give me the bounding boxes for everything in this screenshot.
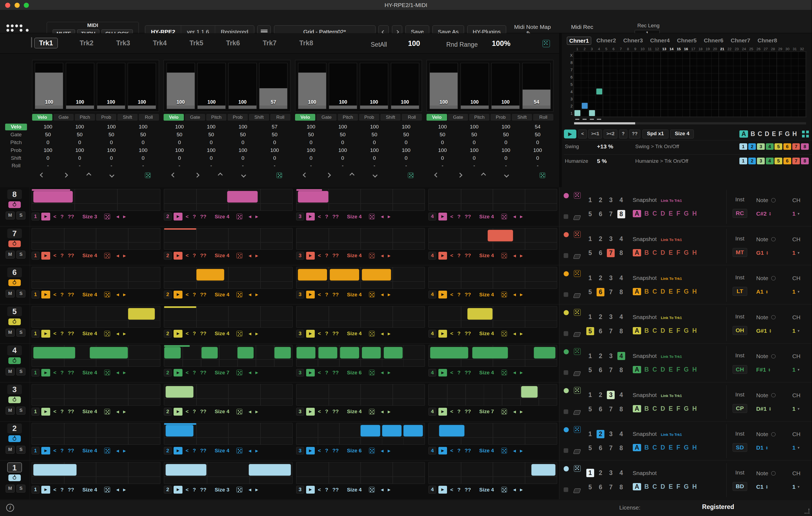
grid-cell[interactable]	[632, 81, 639, 88]
pattern-select-3[interactable]: 3	[607, 352, 615, 360]
snapshot-slot-G[interactable]: G	[683, 483, 689, 490]
step-lane[interactable]	[428, 267, 557, 289]
grid-cell[interactable]	[799, 88, 806, 95]
grid-cell[interactable]	[668, 88, 675, 95]
dice-icon[interactable]	[104, 448, 110, 453]
block-number[interactable]: 4	[428, 408, 436, 416]
step-lane[interactable]	[164, 267, 293, 289]
block-nudge-buttons[interactable]: ◀ ▶	[116, 215, 128, 219]
step-value[interactable]: 50	[95, 131, 127, 139]
dice-icon[interactable]	[501, 292, 507, 297]
block-play-button[interactable]: ▶	[174, 213, 182, 220]
param-chip-shift[interactable]: Shift	[512, 114, 532, 121]
velocity-slider[interactable]: 100	[66, 63, 94, 109]
block-random-all-button[interactable]: ??	[464, 214, 472, 220]
pattern-select-4[interactable]: 4	[617, 313, 625, 321]
block-play-button[interactable]: ▶	[41, 408, 50, 416]
step-value[interactable]: 0	[95, 154, 127, 162]
dice-icon[interactable]	[236, 331, 242, 337]
param-chip-prob[interactable]: Prob	[228, 114, 248, 121]
block-nudge-buttons[interactable]: ◀ ▶	[116, 254, 128, 258]
grid-cell[interactable]	[704, 81, 712, 88]
block-direction-button[interactable]: <	[185, 292, 190, 298]
eraser-icon[interactable]	[573, 332, 581, 337]
dice-icon[interactable]	[501, 331, 507, 337]
snapshot-slot-E[interactable]: E	[668, 444, 673, 451]
grid-cell[interactable]	[617, 102, 625, 110]
grid-cell[interactable]	[574, 66, 581, 73]
grid-cell[interactable]	[690, 102, 697, 110]
step-value[interactable]: 100	[490, 147, 522, 154]
grid-cell[interactable]	[588, 110, 596, 117]
solo-button[interactable]: S	[17, 446, 25, 454]
block-direction-button[interactable]: <	[317, 408, 322, 415]
step-lane[interactable]	[32, 189, 161, 211]
snapshot-slot-D[interactable]: D	[660, 249, 665, 256]
shift-down-icon[interactable]	[110, 173, 115, 178]
grid-cell[interactable]	[596, 81, 603, 88]
velocity-slider[interactable]: 100	[128, 63, 156, 109]
step-lane[interactable]	[164, 345, 293, 367]
grid-cell[interactable]	[726, 59, 733, 66]
snapshot-slot-D[interactable]: D	[660, 405, 665, 413]
grid-cell[interactable]	[777, 66, 784, 73]
grid-cell[interactable]	[799, 73, 806, 81]
grid-cell[interactable]	[610, 110, 617, 117]
note-spinner[interactable]: ▲▼	[769, 212, 771, 216]
block-nudge-buttons[interactable]: ◀ ▶	[116, 410, 128, 414]
grid-cell[interactable]	[639, 66, 646, 73]
grid-cell[interactable]	[697, 59, 704, 66]
block-random-all-button[interactable]: ??	[67, 292, 75, 298]
snapshot-slot-D[interactable]: D	[660, 366, 665, 373]
grid-cell[interactable]	[791, 52, 799, 59]
step-value[interactable]: 0	[522, 139, 553, 147]
grid-cell[interactable]	[690, 81, 697, 88]
note[interactable]	[166, 386, 194, 398]
step-value[interactable]: 100	[390, 123, 422, 131]
grid-cell[interactable]	[675, 95, 683, 102]
shift-right-icon[interactable]	[194, 173, 200, 178]
note[interactable]	[33, 464, 77, 476]
size-button[interactable]: Size 4	[670, 129, 694, 139]
grid-cell[interactable]	[799, 66, 806, 73]
block-random-button[interactable]: ?	[192, 448, 197, 454]
step-lane[interactable]	[428, 423, 557, 445]
step-value[interactable]: -	[127, 162, 159, 170]
grid-cell[interactable]	[777, 88, 784, 95]
link-to-trk-label[interactable]: Link To Trk1	[661, 277, 682, 281]
note[interactable]	[166, 425, 194, 437]
grid-cell[interactable]	[588, 102, 596, 110]
grid-cell[interactable]	[748, 95, 755, 102]
grid-cell[interactable]	[733, 81, 741, 88]
block-random-all-button[interactable]: ??	[464, 292, 472, 298]
block-number[interactable]: 3	[296, 330, 304, 338]
grid-cell[interactable]	[784, 110, 791, 117]
step-value[interactable]: 0	[427, 139, 458, 147]
note[interactable]	[340, 347, 359, 359]
grid-cell[interactable]	[755, 95, 762, 102]
pattern-select-1[interactable]: 1	[586, 469, 594, 477]
grid-cell[interactable]	[654, 59, 661, 66]
param-chip-gate[interactable]: Gate	[316, 114, 337, 121]
block-random-button[interactable]: ?	[456, 487, 461, 493]
step-lane[interactable]	[428, 345, 557, 367]
block-size-button[interactable]: Size 4	[347, 408, 361, 415]
step-value[interactable]: 100	[196, 147, 227, 154]
note[interactable]	[298, 191, 328, 203]
grid-cell[interactable]	[683, 59, 690, 66]
shift-right-icon[interactable]	[326, 173, 331, 178]
block-nudge-buttons[interactable]: ◀ ▶	[249, 370, 260, 374]
grid-cell[interactable]	[668, 102, 675, 110]
eraser-icon[interactable]	[573, 371, 581, 376]
step-value[interactable]: 0	[164, 139, 195, 147]
block-direction-button[interactable]: <	[185, 408, 190, 415]
block-nudge-buttons[interactable]: ◀ ▶	[249, 215, 260, 219]
block-random-all-button[interactable]: ??	[464, 448, 472, 454]
grid-cell[interactable]	[741, 95, 748, 102]
block-direction-button[interactable]: <	[449, 487, 454, 493]
grid-cell[interactable]	[726, 88, 733, 95]
shift-right-icon[interactable]	[458, 173, 463, 178]
block-nudge-buttons[interactable]: ◀ ▶	[116, 370, 128, 374]
step-value[interactable]: 0	[358, 139, 390, 147]
grid-cell[interactable]	[712, 73, 719, 81]
